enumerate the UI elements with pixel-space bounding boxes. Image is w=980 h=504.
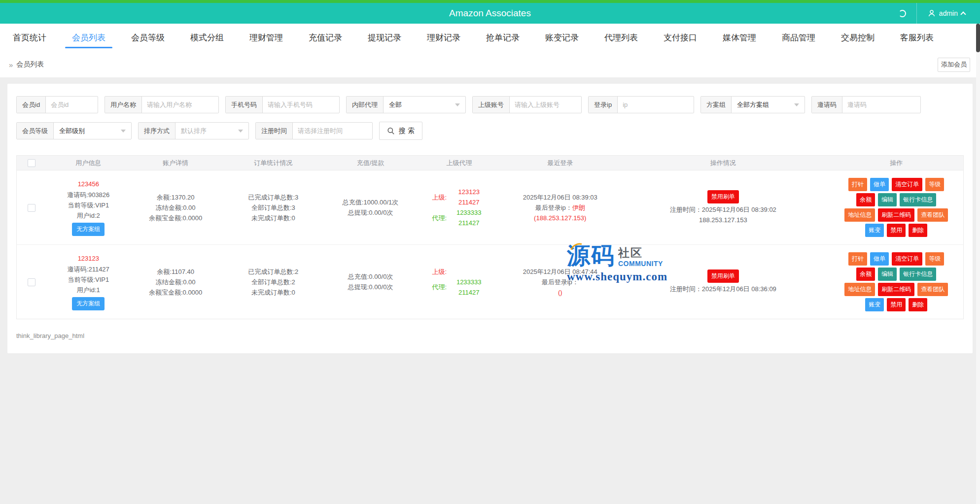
action-inject-button[interactable]: 打针 [848, 252, 867, 266]
action-inject-button[interactable]: 打针 [848, 178, 867, 191]
yuebao-amount: 余额宝金额:0.0000 [133, 213, 218, 223]
agent-values: 1233333 211427 [452, 207, 486, 228]
sort-select[interactable]: 默认排序 [175, 123, 248, 139]
tab-media-manage[interactable]: 媒体管理 [710, 24, 769, 52]
user-menu[interactable]: admin [916, 3, 976, 24]
agent-group: 代理: 1233333 211427 [417, 277, 501, 298]
plan-group-select[interactable]: 全部方案组 [732, 97, 805, 113]
member-id-input[interactable] [46, 97, 98, 113]
tab-home-stats[interactable]: 首页统计 [0, 24, 59, 52]
action-disable-button[interactable]: 禁用 [887, 224, 906, 237]
cell-parent-agent: 上级: 123123 211427 代理: 1233333 2 [415, 170, 503, 245]
invite-code-label: 邀请码 [812, 97, 842, 113]
action-address-button[interactable]: 地址信息 [844, 283, 875, 296]
action-balance-button[interactable]: 余额 [856, 193, 875, 206]
action-bank-card-button[interactable]: 银行卡信息 [900, 268, 936, 281]
tab-grab-order-records[interactable]: 抢单记录 [473, 24, 532, 52]
action-edit-button[interactable]: 编辑 [878, 268, 897, 281]
tab-balance-change-records[interactable]: 账变记录 [532, 24, 592, 52]
username-input[interactable] [142, 97, 219, 113]
action-bank-card-button[interactable]: 银行卡信息 [900, 193, 936, 206]
parent-values: 123123 211427 [452, 187, 486, 207]
tab-member-level[interactable]: 会员等级 [118, 24, 177, 52]
member-table: 用户信息 账户详情 订单统计情况 充值/提款 上级代理 最近登录 操作情况 操作 [16, 155, 964, 319]
tab-product-manage[interactable]: 商品管理 [769, 24, 828, 52]
action-edit-button[interactable]: 编辑 [878, 193, 897, 206]
action-disable-button[interactable]: 禁用 [887, 298, 906, 311]
login-ip-label: 登录ip [589, 97, 618, 113]
add-member-button[interactable]: 添加会员 [938, 58, 970, 72]
refresh-button[interactable] [889, 3, 916, 24]
action-balance-change-button[interactable]: 账变 [865, 298, 884, 311]
col-account-detail: 账户详情 [131, 156, 220, 170]
invite-code-input[interactable] [842, 97, 920, 113]
brush-disabled-badge: 禁用刷单 [707, 190, 739, 203]
row-checkbox[interactable] [28, 278, 35, 286]
cell-order-stats: 已完成订单总数:2 全部订单总数:2 未完成订单数:0 [220, 245, 326, 319]
agent-value: 211427 [452, 218, 486, 228]
tab-service-list[interactable]: 客服列表 [887, 24, 946, 52]
member-username: 123456 [48, 179, 129, 189]
filter-username: 用户名称 [105, 96, 219, 113]
row-checkbox[interactable] [28, 204, 35, 212]
action-refresh-qrcode-button[interactable]: 刷新二维码 [878, 208, 914, 222]
plan-group-label: 方案组 [701, 97, 732, 113]
phone-input[interactable] [263, 97, 340, 113]
cell-operation-status: 禁用刷单 注册时间：2025年12月06日 08:36:09 [617, 245, 829, 319]
action-clear-orders-button[interactable]: 清空订单 [892, 252, 922, 266]
cell-recent-login: 2025年12月06日 08:39:03 最后登录ip：伊朗 (188.253.… [503, 170, 617, 245]
member-level-select[interactable]: 全部级别 [54, 123, 131, 139]
tab-agent-list[interactable]: 代理列表 [592, 24, 651, 52]
filter-plan-group: 方案组 全部方案组 [700, 96, 805, 113]
search-button[interactable]: 搜 索 [379, 122, 422, 140]
internal-agent-select[interactable]: 全部 [384, 97, 465, 113]
cell-recharge-withdraw: 总充值:1000.00/1次 总提现:0.00/0次 [326, 170, 415, 245]
parent-value: 211427 [452, 197, 486, 207]
cell-recent-login: 2025年12月06日 08:47:44 最后登录ip： () [503, 245, 617, 319]
action-delete-button[interactable]: 删除 [909, 298, 927, 311]
action-make-order-button[interactable]: 做单 [870, 252, 889, 266]
select-all-checkbox[interactable] [28, 159, 35, 167]
action-address-button[interactable]: 地址信息 [844, 208, 875, 222]
tab-mode-group[interactable]: 模式分组 [177, 24, 237, 52]
tab-payment-api[interactable]: 支付接口 [651, 24, 710, 52]
username-label: 用户名称 [105, 97, 142, 113]
breadcrumb-row: » 会员列表 添加会员 [0, 52, 980, 77]
tab-trade-control[interactable]: 交易控制 [828, 24, 887, 52]
scrollbar[interactable] [976, 24, 980, 504]
col-parent-agent: 上级代理 [415, 156, 503, 170]
action-balance-change-button[interactable]: 账变 [865, 224, 884, 237]
action-view-team-button[interactable]: 查看团队 [917, 208, 948, 222]
action-clear-orders-button[interactable]: 清空订单 [892, 178, 922, 191]
action-balance-button[interactable]: 余额 [856, 268, 875, 281]
filter-parent-account: 上级账号 [472, 96, 582, 113]
col-recent-login: 最近登录 [503, 156, 617, 170]
register-time-input[interactable] [293, 123, 372, 139]
search-button-label: 搜 索 [399, 127, 415, 135]
yuebao-amount: 余额宝金额:0.0000 [133, 287, 218, 298]
action-make-order-button[interactable]: 做单 [870, 178, 889, 191]
last-login-ip-label: 最后登录ip： [542, 278, 579, 286]
tab-recharge-records[interactable]: 充值记录 [296, 24, 355, 52]
parent-account-input[interactable] [510, 97, 581, 113]
agent-value: 1233333 [452, 207, 486, 218]
member-uid: 用户id:1 [48, 285, 129, 295]
action-delete-button[interactable]: 删除 [909, 224, 927, 237]
tab-finance-manage[interactable]: 理财管理 [237, 24, 296, 52]
scrollbar-thumb[interactable] [976, 24, 980, 52]
member-level-label: 会员等级 [17, 123, 54, 139]
plan-group-badge: 无方案组 [72, 297, 105, 310]
tab-member-list[interactable]: 会员列表 [59, 24, 118, 52]
action-view-team-button[interactable]: 查看团队 [917, 283, 948, 296]
tab-finance-records[interactable]: 理财记录 [414, 24, 473, 52]
plan-group-badge: 无方案组 [72, 223, 105, 236]
login-ip-input[interactable] [618, 97, 693, 113]
register-time: 注册时间：2025年12月06日 08:39:02 [619, 204, 827, 215]
action-refresh-qrcode-button[interactable]: 刷新二维码 [878, 283, 914, 296]
action-level-button[interactable]: 等级 [925, 178, 944, 191]
agent-value: 211427 [452, 287, 486, 298]
tab-withdraw-records[interactable]: 提现记录 [355, 24, 414, 52]
breadcrumb-arrow-icon: » [9, 61, 13, 69]
action-level-button[interactable]: 等级 [925, 252, 944, 266]
parent-label: 上级: [432, 192, 447, 202]
